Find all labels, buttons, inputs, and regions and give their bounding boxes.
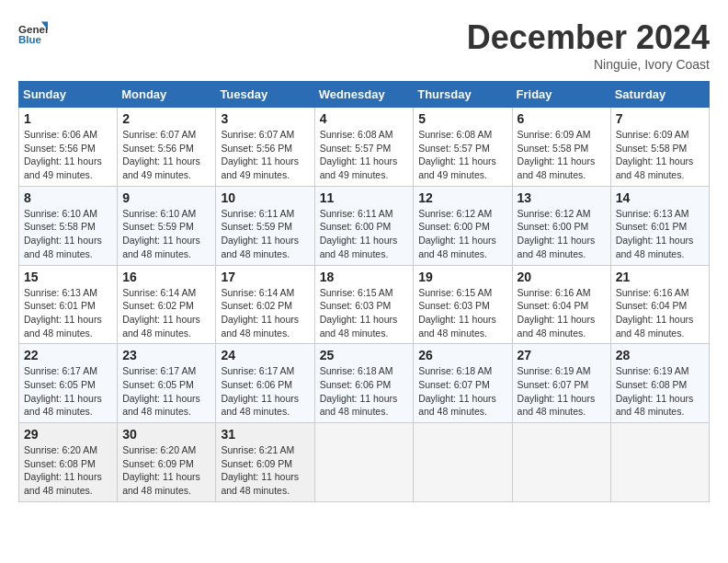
weekday-header-row: SundayMondayTuesdayWednesdayThursdayFrid… [19, 82, 710, 108]
day-info: Sunrise: 6:18 AMSunset: 6:06 PMDaylight:… [320, 364, 409, 419]
logo: General Blue [18, 18, 48, 48]
svg-text:Blue: Blue [18, 34, 42, 45]
location-subtitle: Ninguie, Ivory Coast [467, 57, 710, 72]
day-info: Sunrise: 6:14 AMSunset: 6:02 PMDaylight:… [221, 286, 309, 340]
day-number: 11 [320, 190, 409, 205]
calendar-day-cell: 24Sunrise: 6:17 AMSunset: 6:06 PMDayligh… [216, 344, 314, 423]
day-info: Sunrise: 6:11 AMSunset: 6:00 PMDaylight:… [320, 207, 409, 261]
day-number: 25 [320, 348, 409, 362]
day-info: Sunrise: 6:10 AMSunset: 5:59 PMDaylight:… [122, 207, 210, 261]
day-info: Sunrise: 6:13 AMSunset: 6:01 PMDaylight:… [616, 207, 704, 261]
calendar-day-cell: 29Sunrise: 6:20 AMSunset: 6:08 PMDayligh… [19, 423, 118, 502]
day-info: Sunrise: 6:07 AMSunset: 5:56 PMDaylight:… [221, 128, 309, 182]
day-number: 8 [24, 190, 112, 205]
weekday-header: Wednesday [314, 82, 414, 108]
day-number: 31 [221, 427, 309, 442]
weekday-header: Monday [118, 82, 216, 108]
day-number: 28 [616, 348, 704, 362]
day-number: 1 [24, 111, 112, 126]
day-number: 21 [616, 270, 704, 284]
day-info: Sunrise: 6:09 AMSunset: 5:58 PMDaylight:… [616, 128, 704, 182]
day-info: Sunrise: 6:17 AMSunset: 6:05 PMDaylight:… [24, 364, 112, 419]
weekday-header: Friday [512, 82, 610, 108]
day-number: 14 [616, 190, 704, 205]
day-number: 15 [24, 270, 112, 284]
calendar-day-cell: 11Sunrise: 6:11 AMSunset: 6:00 PMDayligh… [314, 186, 414, 265]
day-info: Sunrise: 6:15 AMSunset: 6:03 PMDaylight:… [320, 286, 409, 340]
day-info: Sunrise: 6:20 AMSunset: 6:09 PMDaylight:… [122, 443, 210, 498]
day-number: 5 [418, 111, 506, 126]
day-info: Sunrise: 6:08 AMSunset: 5:57 PMDaylight:… [320, 128, 409, 182]
calendar-day-cell: 10Sunrise: 6:11 AMSunset: 5:59 PMDayligh… [216, 186, 314, 265]
logo-icon: General Blue [18, 18, 48, 48]
day-number: 3 [221, 111, 309, 126]
day-info: Sunrise: 6:08 AMSunset: 5:57 PMDaylight:… [418, 128, 506, 182]
day-number: 7 [616, 111, 704, 126]
day-info: Sunrise: 6:18 AMSunset: 6:07 PMDaylight:… [418, 364, 506, 419]
calendar-day-cell: 15Sunrise: 6:13 AMSunset: 6:01 PMDayligh… [19, 265, 118, 344]
day-info: Sunrise: 6:07 AMSunset: 5:56 PMDaylight:… [122, 128, 210, 182]
calendar-week-row: 15Sunrise: 6:13 AMSunset: 6:01 PMDayligh… [19, 265, 710, 344]
day-info: Sunrise: 6:19 AMSunset: 6:07 PMDaylight:… [518, 364, 606, 419]
day-number: 16 [122, 270, 210, 284]
day-number: 24 [221, 348, 309, 362]
calendar-week-row: 22Sunrise: 6:17 AMSunset: 6:05 PMDayligh… [19, 344, 710, 423]
month-title: December 2024 [467, 18, 710, 57]
day-number: 20 [518, 270, 606, 284]
day-info: Sunrise: 6:10 AMSunset: 5:58 PMDaylight:… [24, 207, 112, 261]
calendar-week-row: 8Sunrise: 6:10 AMSunset: 5:58 PMDaylight… [19, 186, 710, 265]
day-info: Sunrise: 6:15 AMSunset: 6:03 PMDaylight:… [418, 286, 506, 340]
calendar-day-cell [414, 423, 512, 502]
page-header: General Blue December 2024 Ninguie, Ivor… [18, 18, 710, 72]
calendar-day-cell [610, 423, 709, 502]
calendar-day-cell: 20Sunrise: 6:16 AMSunset: 6:04 PMDayligh… [512, 265, 610, 344]
day-info: Sunrise: 6:20 AMSunset: 6:08 PMDaylight:… [24, 443, 112, 498]
day-info: Sunrise: 6:11 AMSunset: 5:59 PMDaylight:… [221, 207, 309, 261]
weekday-header: Saturday [610, 82, 709, 108]
day-info: Sunrise: 6:17 AMSunset: 6:05 PMDaylight:… [122, 364, 210, 419]
day-info: Sunrise: 6:14 AMSunset: 6:02 PMDaylight:… [122, 286, 210, 340]
calendar-day-cell: 1Sunrise: 6:06 AMSunset: 5:56 PMDaylight… [19, 108, 118, 187]
calendar-day-cell: 13Sunrise: 6:12 AMSunset: 6:00 PMDayligh… [512, 186, 610, 265]
day-number: 26 [418, 348, 506, 362]
calendar-day-cell: 16Sunrise: 6:14 AMSunset: 6:02 PMDayligh… [118, 265, 216, 344]
day-number: 22 [24, 348, 112, 362]
day-number: 27 [518, 348, 606, 362]
day-info: Sunrise: 6:19 AMSunset: 6:08 PMDaylight:… [616, 364, 704, 419]
title-area: December 2024 Ninguie, Ivory Coast [467, 18, 710, 72]
day-number: 4 [320, 111, 409, 126]
day-number: 23 [122, 348, 210, 362]
day-number: 6 [518, 111, 606, 126]
calendar-week-row: 29Sunrise: 6:20 AMSunset: 6:08 PMDayligh… [19, 423, 710, 502]
day-number: 18 [320, 270, 409, 284]
calendar-day-cell: 28Sunrise: 6:19 AMSunset: 6:08 PMDayligh… [610, 344, 709, 423]
day-number: 2 [122, 111, 210, 126]
day-info: Sunrise: 6:13 AMSunset: 6:01 PMDaylight:… [24, 286, 112, 340]
day-number: 19 [418, 270, 506, 284]
calendar-day-cell: 9Sunrise: 6:10 AMSunset: 5:59 PMDaylight… [118, 186, 216, 265]
calendar-day-cell [314, 423, 414, 502]
calendar-day-cell: 19Sunrise: 6:15 AMSunset: 6:03 PMDayligh… [414, 265, 512, 344]
calendar-day-cell: 26Sunrise: 6:18 AMSunset: 6:07 PMDayligh… [414, 344, 512, 423]
weekday-header: Tuesday [216, 82, 314, 108]
weekday-header: Thursday [414, 82, 512, 108]
day-number: 17 [221, 270, 309, 284]
calendar-day-cell: 17Sunrise: 6:14 AMSunset: 6:02 PMDayligh… [216, 265, 314, 344]
day-number: 13 [518, 190, 606, 205]
day-info: Sunrise: 6:12 AMSunset: 6:00 PMDaylight:… [418, 207, 506, 261]
calendar-day-cell [512, 423, 610, 502]
calendar-day-cell: 2Sunrise: 6:07 AMSunset: 5:56 PMDaylight… [118, 108, 216, 187]
day-info: Sunrise: 6:16 AMSunset: 6:04 PMDaylight:… [518, 286, 606, 340]
day-info: Sunrise: 6:16 AMSunset: 6:04 PMDaylight:… [616, 286, 704, 340]
day-number: 30 [122, 427, 210, 442]
day-info: Sunrise: 6:06 AMSunset: 5:56 PMDaylight:… [24, 128, 112, 182]
calendar-day-cell: 18Sunrise: 6:15 AMSunset: 6:03 PMDayligh… [314, 265, 414, 344]
calendar-day-cell: 7Sunrise: 6:09 AMSunset: 5:58 PMDaylight… [610, 108, 709, 187]
day-info: Sunrise: 6:09 AMSunset: 5:58 PMDaylight:… [518, 128, 606, 182]
calendar-day-cell: 27Sunrise: 6:19 AMSunset: 6:07 PMDayligh… [512, 344, 610, 423]
calendar-day-cell: 4Sunrise: 6:08 AMSunset: 5:57 PMDaylight… [314, 108, 414, 187]
calendar-day-cell: 23Sunrise: 6:17 AMSunset: 6:05 PMDayligh… [118, 344, 216, 423]
calendar-day-cell: 22Sunrise: 6:17 AMSunset: 6:05 PMDayligh… [19, 344, 118, 423]
calendar-day-cell: 21Sunrise: 6:16 AMSunset: 6:04 PMDayligh… [610, 265, 709, 344]
day-info: Sunrise: 6:17 AMSunset: 6:06 PMDaylight:… [221, 364, 309, 419]
